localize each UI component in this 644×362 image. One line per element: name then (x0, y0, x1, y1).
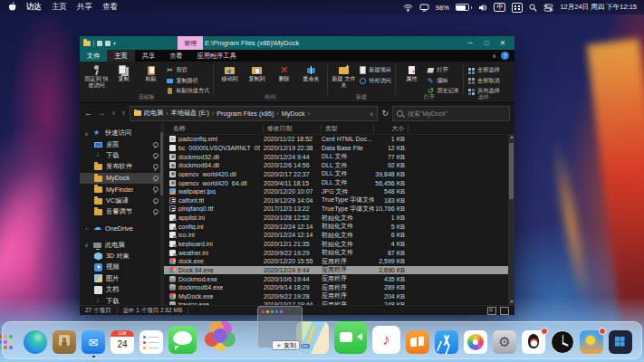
menu-bar-item-2[interactable]: 共享 (77, 2, 92, 13)
ribbon-tab-0[interactable]: 文件 (80, 50, 107, 62)
search-input[interactable] (406, 110, 505, 118)
ribbon-big-button-1-2[interactable]: 删除 (272, 64, 296, 82)
details-view-icon[interactable] (487, 307, 496, 315)
collapse-ribbon-icon[interactable]: ∧ (492, 52, 496, 60)
dock-clock-icon[interactable] (551, 330, 574, 354)
ribbon-small-button-3-0[interactable]: 打开 (427, 66, 459, 74)
sidebar-section-0[interactable]: ∨快速访问 (80, 128, 163, 138)
ribbon-small-button-4-0[interactable]: 全部选择 (467, 66, 500, 74)
file-row-12[interactable]: keyboard.ini2020/12/1 21:35初始化文件4 KB (164, 240, 514, 249)
menu-bar-item-1[interactable]: 主页 (52, 2, 67, 13)
dock-facetime-icon[interactable] (334, 321, 367, 354)
dock-mail-icon[interactable] (82, 330, 105, 354)
ribbon-small-button-4-1[interactable]: 全部取消 (467, 77, 500, 85)
file-row-16[interactable]: Dockmod.exe2020/10/6 19:44应用程序435 KB (164, 274, 514, 283)
ribbon-big-button-1-0[interactable]: 移动到 (217, 64, 242, 82)
dock-books-icon[interactable] (406, 330, 429, 354)
ribbon-tab-1[interactable]: 主页 (107, 50, 134, 62)
sidebar-item-2-4[interactable]: 下载 (80, 295, 163, 305)
breadcrumb-segment-2[interactable]: Program Files (x86) (216, 110, 274, 118)
close-button[interactable]: ✕ (495, 36, 511, 50)
dock-contacts-icon[interactable] (53, 330, 76, 354)
ribbon-small-button-2-0[interactable]: 新建项目 (359, 66, 391, 74)
file-row-15[interactable]: Dock 64.exe2020/12/24 9:44应用程序2,690 KB (164, 266, 514, 275)
file-row-8[interactable]: pingfang0.ttf2017/12/3 13:22TrueType 字体文… (164, 205, 514, 214)
sidebar-item-0-1[interactable]: 下载 (80, 150, 163, 161)
file-row-17[interactable]: dockmod64.exe2020/9/14 18:29应用程序289 KB (164, 283, 514, 292)
display-mirroring-icon[interactable] (419, 4, 429, 12)
ime-keyboard-icon[interactable] (512, 3, 523, 13)
dock-music-icon[interactable] (372, 326, 400, 354)
dock-reminders-icon[interactable] (139, 330, 163, 354)
file-row-5[interactable]: opencv_world420_64.dll2020/4/11 18:15DLL… (164, 178, 514, 187)
ribbon-big-button-0-0[interactable]: 固定到 快速访问 (84, 64, 109, 89)
help-icon[interactable]: ? (501, 52, 509, 60)
ribbon-small-button-3-1[interactable]: 编辑 (427, 77, 459, 85)
file-row-7[interactable]: calfont.ttf2019/12/29 14:04TrueType 字体文件… (164, 195, 514, 205)
title-bar[interactable]: ▾ 管理 E:\Program Files (x86)\MyDock ─ □ ✕ (80, 36, 514, 50)
file-row-1[interactable]: bc_00000LVSQV3ARNLT_05.db2020/12/19 22:3… (164, 144, 514, 153)
ribbon-small-button-2-1[interactable]: 轻松访问 (359, 77, 391, 85)
ribbon-tab-2[interactable]: 共享 (135, 50, 162, 62)
dock-app-store-icon[interactable] (435, 330, 458, 354)
manage-contextual-tab[interactable]: 管理 (178, 36, 203, 50)
wifi-icon[interactable] (403, 4, 413, 12)
sidebar-item-2-3[interactable]: 文档 (80, 284, 163, 295)
qat-button-2[interactable] (105, 41, 111, 46)
apple-logo-icon[interactable] (7, 2, 16, 13)
ribbon-tab-3[interactable]: 查看 (162, 50, 189, 62)
ribbon-big-button-0-1[interactable]: 复制 (111, 64, 136, 82)
ribbon-big-button-1-3[interactable]: 重命名 (299, 64, 323, 82)
recent-locations-icon[interactable]: ∨ (111, 110, 116, 117)
maximize-button[interactable]: □ (478, 36, 495, 50)
sidebar-item-0-5[interactable]: VC编译 (80, 195, 163, 205)
dock-calendar-icon[interactable]: 12月24 (111, 330, 134, 354)
ribbon-big-button-3-0[interactable]: 属性 (399, 64, 424, 82)
file-row-10[interactable]: config.ini2020/12/24 12:14初始化文件5 KB (164, 222, 514, 231)
dock-photos-bubbles-icon[interactable] (202, 318, 238, 354)
chevron-down-icon[interactable]: ∨ (83, 130, 90, 137)
sidebar-item-0-6[interactable]: 音量调节 (80, 206, 163, 217)
menu-bar-datetime[interactable]: 12月24日 周四 下午12:15 (560, 3, 637, 12)
minimize-button[interactable]: ─ (462, 36, 478, 50)
search-box[interactable] (392, 106, 510, 121)
sidebar-item-2-1[interactable]: 视频 (80, 262, 163, 272)
breadcrumb[interactable]: 此电脑›本地磁盘 (E:)›Program Files (x86)›MyDock… (130, 106, 379, 121)
file-row-18[interactable]: MyDock.exe2020/9/22 19:28应用程序204 KB (164, 292, 514, 301)
up-button[interactable]: ↑ (121, 109, 126, 118)
list-scrollbar[interactable] (508, 134, 514, 305)
refresh-icon[interactable]: ↻ (381, 109, 389, 118)
sidebar-section-1[interactable]: ›OneDrive (80, 223, 163, 233)
chevron-down-icon[interactable]: ∨ (83, 242, 90, 248)
file-row-13[interactable]: weather.ini2020/9/22 19:29初始化文件87 KB (164, 248, 514, 257)
breadcrumb-segment-1[interactable]: 本地磁盘 (E:) (171, 109, 209, 118)
sidebar-item-0-3[interactable]: MyDock (80, 173, 163, 184)
sidebar-item-0-0[interactable]: 桌面 (80, 138, 163, 149)
dock-windows-icon[interactable] (609, 330, 632, 354)
file-row-14[interactable]: dock.exe2020/12/20 15:55应用程序2,599 KB (164, 257, 514, 266)
ribbon-big-button-2-0[interactable]: 新建 文件夹 (332, 64, 356, 89)
address-dropdown-icon[interactable]: ∨ (370, 110, 373, 117)
scroll-up-icon[interactable] (510, 136, 514, 138)
scroll-thumb[interactable] (509, 143, 514, 199)
control-center-icon[interactable] (543, 4, 553, 12)
sidebar-item-2-2[interactable]: 图片 (80, 273, 163, 284)
dock-photos-icon[interactable] (464, 330, 487, 354)
file-row-3[interactable]: dockmod64.dll2020/12/6 14:56DLL 文件92 KB (164, 161, 514, 170)
file-row-9[interactable]: applist.ini2020/1/28 12:52初始化文件1 KB (164, 214, 514, 223)
input-method-icon[interactable]: 中 (494, 3, 505, 13)
breadcrumb-segment-0[interactable]: 此电脑 (144, 109, 164, 118)
file-row-4[interactable]: opencv_world420.dll2020/2/17 22:37DLL 文件… (164, 170, 514, 179)
dock-launchpad-icon[interactable] (0, 330, 18, 354)
search-icon[interactable] (529, 4, 537, 12)
qat-button-1[interactable] (97, 41, 102, 46)
file-row-19[interactable]: trayico.exe2019/10/17 19:44应用程序248 KB (164, 300, 514, 305)
dock-system-preferences-icon[interactable] (493, 330, 516, 354)
ribbon-big-button-1-1[interactable]: 复制到 (245, 64, 269, 82)
ribbon-tab-4[interactable]: 应用程序工具 (190, 50, 244, 62)
sidebar-item-0-2[interactable]: 发布软件 (80, 161, 163, 172)
breadcrumb-segment-3[interactable]: MyDock (282, 110, 305, 118)
sidebar-scrollbar[interactable] (160, 123, 163, 305)
thumbnail-view-icon[interactable] (500, 307, 509, 315)
file-row-0[interactable]: padconfig.xml2020/11/22 18:52Cent HTML D… (164, 135, 514, 144)
